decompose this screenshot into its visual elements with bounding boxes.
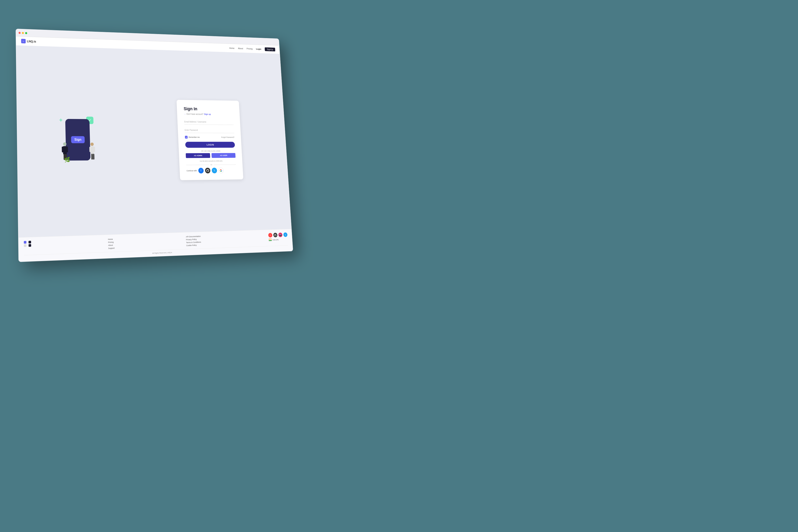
login-button[interactable]: LOGIN	[185, 142, 235, 148]
page-content: L LNQ.is Home About Pricing Login SignUp…	[16, 36, 293, 262]
maximize-dot[interactable]	[25, 32, 27, 34]
logo-icon: L	[21, 39, 26, 43]
divider-line-right	[214, 165, 236, 165]
phone-sign-text: Sign	[71, 136, 85, 143]
remember-label: Remember me	[189, 136, 200, 138]
svg-rect-9	[93, 147, 95, 152]
footer-social-icons: r 📷 𝕏	[268, 232, 287, 238]
login-card-container: Sign In → Don't have account? Sign up ● …	[133, 49, 286, 234]
footer-logo-section	[24, 241, 33, 247]
instagram-icon[interactable]: 📷	[278, 233, 283, 237]
footer-nav-links: Home Pricing About Support	[108, 238, 115, 249]
svg-point-0	[63, 142, 66, 146]
nav-login[interactable]: Login	[256, 48, 261, 50]
phone-illustration: + ✓ Sign	[57, 115, 99, 165]
nav-pricing[interactable]: Pricing	[247, 48, 252, 50]
divider-line-left	[186, 165, 209, 165]
demo-admin-button[interactable]: AS ADMIN	[186, 153, 210, 158]
twitter-footer-icon[interactable]: 𝕏	[283, 232, 287, 237]
close-dot[interactable]	[19, 32, 21, 34]
svg-rect-1	[63, 146, 67, 154]
demo-buttons: AS ADMIN AS USER	[186, 153, 235, 158]
svg-rect-11	[93, 154, 94, 159]
logo-dot-1	[24, 241, 26, 244]
continue-with-label: Continue with	[186, 170, 197, 172]
google-login-button[interactable]	[218, 168, 224, 173]
footer-support-link[interactable]: Support	[108, 247, 114, 249]
browser-window: L LNQ.is Home About Pricing Login SignUp…	[16, 29, 293, 262]
logo-dot-4	[28, 244, 31, 247]
svg-rect-8	[89, 147, 91, 152]
plus-icon: +	[59, 117, 62, 123]
facebook-login-button[interactable]: f	[198, 168, 204, 173]
signin-title: Sign In	[184, 106, 233, 112]
subtitle-text: Don't have account?	[186, 113, 204, 115]
email-input[interactable]	[184, 119, 234, 125]
main-area: + ✓ Sign	[16, 45, 291, 238]
github-footer-icon[interactable]	[273, 233, 278, 237]
footer-doc-links: API Documentation Privacy Policy Terms &…	[186, 235, 201, 246]
svg-rect-2	[62, 147, 63, 152]
footer-right-section: r 📷 𝕏 India (IN)	[268, 232, 288, 241]
divider-text: Or	[210, 164, 212, 166]
nav-signup-button[interactable]: SignUp	[265, 47, 276, 51]
signin-card: Sign In → Don't have account? Sign up ● …	[177, 100, 244, 180]
svg-rect-10	[91, 154, 93, 159]
forgot-password-link[interactable]: Forgot Password?	[221, 136, 234, 138]
india-flag-icon	[269, 239, 272, 241]
nav-home[interactable]: Home	[229, 47, 234, 49]
signin-subtitle: → Don't have account? Sign up	[184, 113, 233, 116]
remember-me-group: ● Remember me	[185, 136, 200, 138]
divider: Or	[186, 164, 236, 166]
demo-label: OR USE ONE-CLICK LOGIN	[186, 150, 235, 152]
footer-home-link[interactable]: Home	[108, 238, 114, 241]
illustration-area: + ✓ Sign	[16, 45, 139, 238]
india-text: India (IN)	[272, 239, 279, 241]
footer-api-link[interactable]: API Documentation	[186, 235, 201, 238]
footer-terms-link[interactable]: Terms & Conditions	[186, 241, 201, 244]
demo-credentials-text: Use this demo accounts to LOGIN (AS)	[186, 160, 236, 162]
minimize-dot[interactable]	[22, 32, 24, 34]
leaf-icon: 🌿	[64, 157, 70, 163]
svg-point-6	[91, 142, 94, 146]
svg-rect-3	[66, 147, 68, 152]
demo-user-button[interactable]: AS USER	[211, 153, 235, 158]
india-flag-section: India (IN)	[269, 238, 288, 241]
password-input[interactable]	[185, 128, 234, 133]
footer-about-link[interactable]: About	[108, 244, 114, 246]
logo-text: LNQ.is	[27, 40, 36, 43]
footer-privacy-link[interactable]: Privacy Policy	[186, 238, 201, 241]
nav-links: Home About Pricing Login SignUp	[229, 46, 276, 52]
social-login-row: Continue with f 𝕏	[186, 168, 236, 174]
demo-section: OR USE ONE-CLICK LOGIN AS ADMIN AS USER	[186, 150, 235, 158]
signup-link[interactable]: Sign up	[204, 113, 211, 115]
logo-dot-3	[24, 244, 26, 247]
logo-dot-2	[28, 241, 31, 244]
nav-logo: L LNQ.is	[21, 39, 36, 44]
nav-about[interactable]: About	[238, 47, 243, 50]
remember-icon[interactable]: ●	[185, 136, 188, 138]
copyright-text: All Rights Reserved | LNQ.is	[152, 251, 172, 254]
reddit-icon[interactable]: r	[268, 233, 272, 238]
twitter-login-button[interactable]: 𝕏	[211, 168, 217, 173]
form-row-remember: ● Remember me Forgot Password?	[185, 136, 234, 138]
footer-logo	[24, 241, 33, 247]
github-login-button[interactable]	[205, 168, 210, 173]
footer-cookie-link[interactable]: Cookie Policy	[186, 244, 201, 246]
person-right-icon	[86, 142, 99, 165]
footer-pricing-link[interactable]: Pricing	[108, 241, 114, 244]
